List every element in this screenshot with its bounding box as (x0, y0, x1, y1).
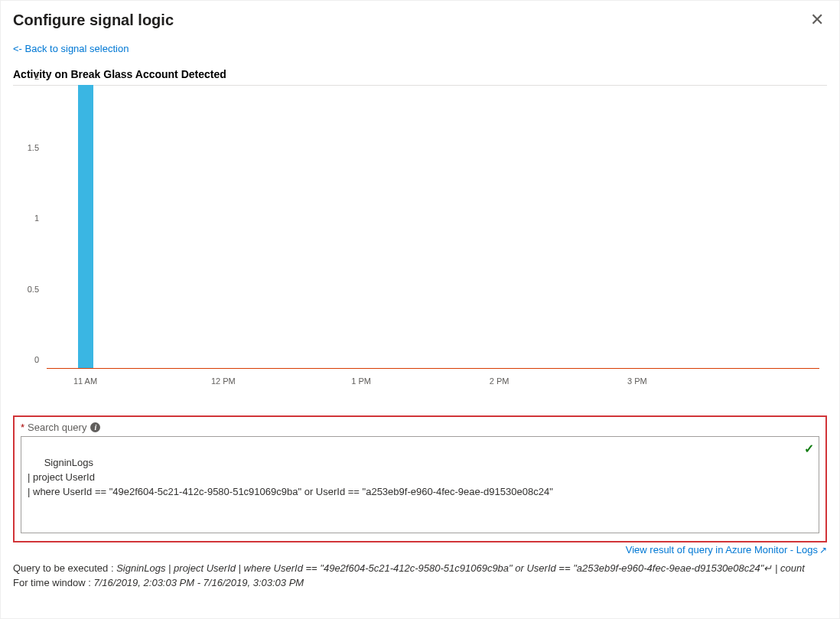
required-indicator: * (21, 422, 24, 433)
y-axis-tick: 2 (16, 72, 39, 81)
chart-baseline (47, 368, 819, 369)
query-summary: Query to be executed : SigninLogs | proj… (13, 562, 827, 591)
x-axis-tick: 2 PM (490, 376, 510, 386)
view-result-link[interactable]: View result of query in Azure Monitor - … (13, 544, 827, 555)
x-axis-tick: 3 PM (627, 376, 647, 386)
close-icon[interactable]: ✕ (807, 8, 827, 31)
configure-signal-panel: Configure signal logic ✕ <- Back to sign… (0, 0, 840, 619)
signal-history-chart: 00.511.5211 AM12 PM1 PM2 PM3 PM (13, 85, 827, 399)
signal-name: Activity on Break Glass Account Detected (13, 68, 827, 80)
y-axis-tick: 0.5 (16, 285, 39, 294)
query-to-execute-label: Query to be executed : (13, 562, 114, 574)
search-query-input[interactable]: SigninLogs | project UserId | where User… (21, 436, 819, 533)
external-link-icon: ↗ (819, 545, 827, 555)
back-to-signal-selection-link[interactable]: <- Back to signal selection (13, 43, 129, 54)
time-window-row: For time window : 7/16/2019, 2:03:03 PM … (13, 576, 827, 591)
info-icon[interactable]: i (90, 422, 100, 432)
panel-title: Configure signal logic (13, 11, 174, 29)
x-axis-tick: 1 PM (351, 376, 371, 386)
search-query-label-row: * Search query i (21, 422, 819, 433)
check-icon: ✓ (804, 440, 814, 458)
time-window-label: For time window : (13, 577, 91, 588)
x-axis-tick: 12 PM (211, 376, 236, 386)
x-axis-tick: 11 AM (73, 376, 97, 386)
search-query-value: SigninLogs | project UserId | where User… (28, 457, 553, 497)
search-query-section: * Search query i SigninLogs | project Us… (13, 415, 827, 542)
y-axis-tick: 1.5 (16, 143, 39, 152)
query-to-execute-row: Query to be executed : SigninLogs | proj… (13, 562, 827, 576)
y-axis-tick: 1 (16, 213, 39, 223)
query-to-execute-text: SigninLogs | project UserId | where User… (116, 562, 805, 574)
panel-header: Configure signal logic ✕ (13, 8, 827, 37)
chart-bar (78, 85, 93, 368)
time-window-text: 7/16/2019, 2:03:03 PM - 7/16/2019, 3:03:… (94, 577, 304, 588)
y-axis-tick: 0 (16, 355, 39, 364)
search-query-label: Search query (28, 422, 86, 433)
